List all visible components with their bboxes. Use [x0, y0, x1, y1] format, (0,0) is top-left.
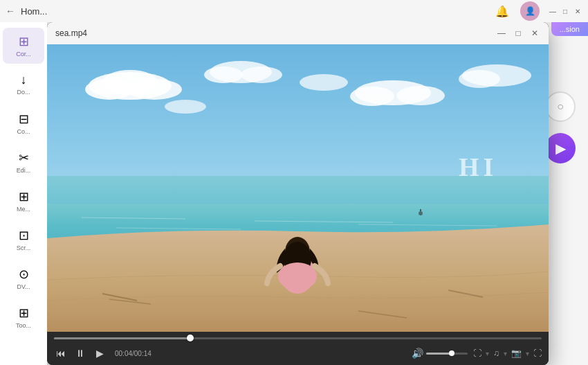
video-content: HI: [47, 44, 549, 332]
back-button[interactable]: ←: [6, 6, 15, 17]
main-content: ⊞ Cor... ↓ Do... ⊟ Co... ✂ Edi... ⊞ Me..…: [0, 22, 588, 365]
sidebar-label-screen: Scr...: [17, 245, 31, 252]
video-player-window: sea.mp4 — □ ✕: [47, 22, 549, 365]
video-filename: sea.mp4: [55, 28, 87, 38]
convert-icon: ⊞: [19, 34, 29, 49]
crop-button[interactable]: ⛶: [473, 348, 481, 358]
sidebar-item-download[interactable]: ↓ Do...: [3, 66, 44, 103]
svg-point-4: [102, 70, 158, 95]
time-display: 00:04/00:14: [115, 350, 151, 357]
video-maximize-button[interactable]: □: [513, 28, 524, 39]
compress-icon: ⊟: [19, 112, 29, 127]
window-controls: — □ ✕: [548, 6, 582, 16]
volume-track[interactable]: [426, 353, 468, 355]
sidebar-item-screen[interactable]: ⊡ Scr...: [3, 222, 44, 258]
app-window: ← Hom... 🔔 👤 — □ ✕ ⊞ Cor... ↓ Do...: [0, 0, 588, 365]
video-scene: HI: [47, 44, 549, 332]
svg-point-30: [278, 262, 317, 290]
page-area: ...sion sea.mp4 — □ ✕: [47, 22, 588, 365]
maximize-button[interactable]: □: [560, 6, 570, 16]
volume-thumb[interactable]: [449, 350, 454, 356]
play-button[interactable]: ▶: [93, 346, 107, 360]
settings-button[interactable]: ○: [545, 91, 576, 122]
svg-point-10: [396, 86, 445, 105]
sidebar-label-dvd: DV...: [17, 284, 30, 291]
svg-point-21: [419, 211, 423, 215]
volume-fill: [426, 353, 452, 355]
video-minimize-button[interactable]: —: [496, 28, 507, 39]
volume-icon[interactable]: 🔊: [412, 348, 423, 359]
svg-point-9: [350, 87, 394, 106]
edit-icon: ✂: [19, 150, 29, 166]
progress-bar-container[interactable]: [54, 335, 542, 341]
svg-point-14: [300, 74, 348, 91]
video-window-controls: — □ ✕: [496, 28, 540, 39]
sidebar-item-merge[interactable]: ⊞ Me...: [3, 183, 44, 219]
title-bar-left: ← Hom...: [6, 6, 47, 17]
sidebar-label-merge: Me...: [17, 206, 30, 213]
title-bar-icons: 🔔 👤 — □ ✕: [493, 1, 582, 21]
svg-point-6: [204, 66, 243, 83]
audio-button[interactable]: ♫: [493, 348, 499, 358]
sidebar: ⊞ Cor... ↓ Do... ⊟ Co... ✂ Edi... ⊞ Me..…: [0, 22, 47, 365]
svg-text:HI: HI: [459, 152, 497, 181]
upgrade-banner[interactable]: ...sion: [551, 22, 588, 36]
sidebar-item-dvd[interactable]: ⊙ DV...: [3, 260, 44, 296]
screenshot-button[interactable]: 📷: [511, 348, 522, 358]
title-bar: ← Hom... 🔔 👤 — □ ✕: [0, 0, 588, 22]
download-icon: ↓: [21, 73, 27, 87]
nav-breadcrumb: Hom...: [21, 6, 47, 17]
sidebar-label-convert: Cor...: [16, 51, 31, 58]
right-controls: ⛶ ▾ ♫ ▾ 📷 ▾ ⛶: [473, 348, 542, 358]
sidebar-item-tools[interactable]: ⊞ Too...: [3, 299, 44, 335]
sidebar-label-download: Do...: [17, 89, 30, 96]
convert-button[interactable]: ▶: [545, 133, 576, 163]
minimize-button[interactable]: —: [548, 6, 558, 16]
sidebar-label-compress: Co...: [17, 129, 30, 136]
sidebar-item-compress[interactable]: ⊟ Co...: [3, 105, 44, 141]
sidebar-item-convert[interactable]: ⊞ Cor...: [3, 28, 44, 64]
notification-icon[interactable]: 🔔: [493, 1, 512, 21]
close-button[interactable]: ✕: [573, 6, 582, 16]
user-avatar[interactable]: 👤: [520, 1, 540, 21]
progress-thumb[interactable]: [187, 335, 194, 341]
svg-point-13: [165, 100, 206, 114]
sidebar-item-edit[interactable]: ✂ Edi...: [3, 144, 44, 180]
controls-row: ⏮ ⏸ ▶ 00:04/00:14 🔊: [54, 344, 542, 362]
svg-point-12: [459, 70, 500, 88]
sidebar-label-edit: Edi...: [17, 168, 31, 175]
volume-control: 🔊: [412, 348, 468, 359]
progress-bar-track[interactable]: [54, 337, 542, 339]
svg-point-7: [241, 66, 282, 83]
progress-bar-fill: [54, 337, 190, 339]
pause-button[interactable]: ⏸: [73, 346, 87, 360]
fullscreen-button[interactable]: ⛶: [533, 348, 542, 358]
prev-button[interactable]: ⏮: [54, 346, 68, 360]
video-title-bar: sea.mp4 — □ ✕: [47, 22, 549, 44]
sidebar-label-tools: Too...: [16, 323, 31, 330]
video-close-button[interactable]: ✕: [529, 28, 540, 39]
screen-icon: ⊡: [19, 228, 29, 243]
merge-icon: ⊞: [19, 189, 29, 204]
video-controls: ⏮ ⏸ ▶ 00:04/00:14 🔊: [47, 332, 549, 365]
tools-icon: ⊞: [19, 305, 29, 321]
dvd-icon: ⊙: [19, 267, 29, 282]
